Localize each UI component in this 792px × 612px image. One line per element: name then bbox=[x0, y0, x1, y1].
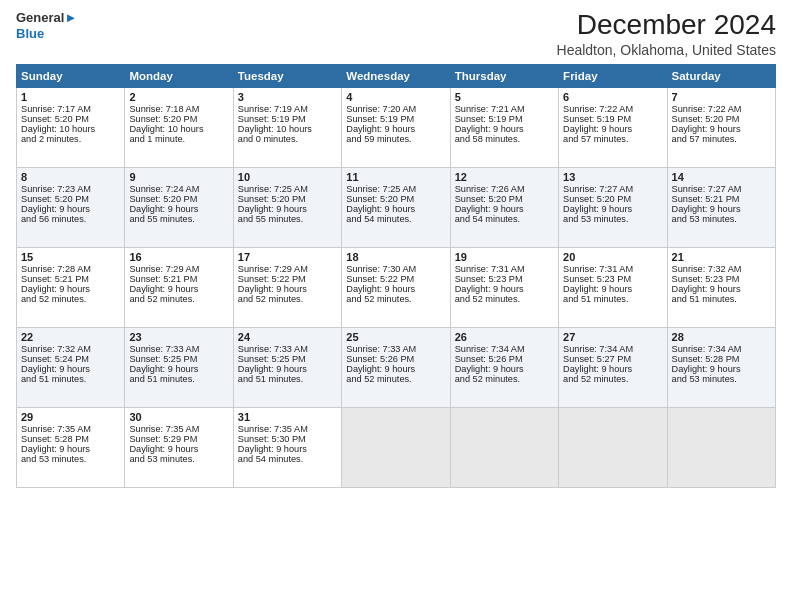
day-info: Sunset: 5:20 PM bbox=[238, 194, 337, 204]
day-info: Sunrise: 7:21 AM bbox=[455, 104, 554, 114]
day-number: 4 bbox=[346, 91, 445, 103]
day-info: Sunrise: 7:22 AM bbox=[672, 104, 771, 114]
day-info: and 52 minutes. bbox=[238, 294, 337, 304]
day-info: Daylight: 9 hours bbox=[672, 204, 771, 214]
day-number: 3 bbox=[238, 91, 337, 103]
day-info: and 2 minutes. bbox=[21, 134, 120, 144]
day-info: Daylight: 9 hours bbox=[346, 284, 445, 294]
day-info: Daylight: 9 hours bbox=[346, 204, 445, 214]
day-info: Sunrise: 7:27 AM bbox=[672, 184, 771, 194]
calendar-cell: 18Sunrise: 7:30 AMSunset: 5:22 PMDayligh… bbox=[342, 247, 450, 327]
day-info: Daylight: 9 hours bbox=[238, 444, 337, 454]
calendar-cell: 19Sunrise: 7:31 AMSunset: 5:23 PMDayligh… bbox=[450, 247, 558, 327]
day-info: Daylight: 9 hours bbox=[455, 284, 554, 294]
day-number: 23 bbox=[129, 331, 228, 343]
day-info: Sunset: 5:20 PM bbox=[21, 194, 120, 204]
day-number: 10 bbox=[238, 171, 337, 183]
day-info: and 54 minutes. bbox=[346, 214, 445, 224]
calendar-week-0: 1Sunrise: 7:17 AMSunset: 5:20 PMDaylight… bbox=[17, 87, 776, 167]
day-info: Sunrise: 7:33 AM bbox=[129, 344, 228, 354]
calendar-cell: 29Sunrise: 7:35 AMSunset: 5:28 PMDayligh… bbox=[17, 407, 125, 487]
day-info: Sunset: 5:19 PM bbox=[455, 114, 554, 124]
day-info: Daylight: 9 hours bbox=[455, 364, 554, 374]
day-info: Sunrise: 7:31 AM bbox=[455, 264, 554, 274]
day-info: and 58 minutes. bbox=[455, 134, 554, 144]
day-info: and 53 minutes. bbox=[672, 214, 771, 224]
day-info: Sunrise: 7:35 AM bbox=[129, 424, 228, 434]
header-cell-monday: Monday bbox=[125, 64, 233, 87]
calendar-cell: 21Sunrise: 7:32 AMSunset: 5:23 PMDayligh… bbox=[667, 247, 775, 327]
day-info: Sunset: 5:21 PM bbox=[672, 194, 771, 204]
logo: General► Blue bbox=[16, 10, 77, 41]
day-info: Daylight: 9 hours bbox=[21, 444, 120, 454]
day-info: and 51 minutes. bbox=[21, 374, 120, 384]
day-info: Daylight: 10 hours bbox=[21, 124, 120, 134]
calendar-cell bbox=[667, 407, 775, 487]
day-info: Sunrise: 7:29 AM bbox=[238, 264, 337, 274]
day-info: Daylight: 10 hours bbox=[238, 124, 337, 134]
day-info: Sunrise: 7:24 AM bbox=[129, 184, 228, 194]
day-info: Sunset: 5:25 PM bbox=[129, 354, 228, 364]
day-info: and 53 minutes. bbox=[129, 454, 228, 464]
day-info: and 52 minutes. bbox=[455, 294, 554, 304]
day-info: Daylight: 10 hours bbox=[129, 124, 228, 134]
day-info: Daylight: 9 hours bbox=[129, 444, 228, 454]
day-info: and 56 minutes. bbox=[21, 214, 120, 224]
day-info: Daylight: 9 hours bbox=[672, 284, 771, 294]
day-info: Daylight: 9 hours bbox=[672, 364, 771, 374]
calendar-cell: 20Sunrise: 7:31 AMSunset: 5:23 PMDayligh… bbox=[559, 247, 667, 327]
header: General► Blue December 2024 Healdton, Ok… bbox=[16, 10, 776, 58]
day-number: 12 bbox=[455, 171, 554, 183]
calendar-cell: 1Sunrise: 7:17 AMSunset: 5:20 PMDaylight… bbox=[17, 87, 125, 167]
day-info: Sunrise: 7:35 AM bbox=[238, 424, 337, 434]
day-info: Sunrise: 7:19 AM bbox=[238, 104, 337, 114]
calendar-cell: 14Sunrise: 7:27 AMSunset: 5:21 PMDayligh… bbox=[667, 167, 775, 247]
day-number: 28 bbox=[672, 331, 771, 343]
calendar-cell: 30Sunrise: 7:35 AMSunset: 5:29 PMDayligh… bbox=[125, 407, 233, 487]
day-info: Daylight: 9 hours bbox=[238, 364, 337, 374]
calendar-cell: 9Sunrise: 7:24 AMSunset: 5:20 PMDaylight… bbox=[125, 167, 233, 247]
day-info: Daylight: 9 hours bbox=[455, 204, 554, 214]
day-info: Sunset: 5:20 PM bbox=[129, 194, 228, 204]
day-info: Sunset: 5:26 PM bbox=[346, 354, 445, 364]
calendar-cell: 8Sunrise: 7:23 AMSunset: 5:20 PMDaylight… bbox=[17, 167, 125, 247]
day-info: Sunrise: 7:35 AM bbox=[21, 424, 120, 434]
calendar-cell: 4Sunrise: 7:20 AMSunset: 5:19 PMDaylight… bbox=[342, 87, 450, 167]
day-number: 24 bbox=[238, 331, 337, 343]
day-info: and 51 minutes. bbox=[563, 294, 662, 304]
day-info: Sunrise: 7:32 AM bbox=[672, 264, 771, 274]
calendar-cell: 7Sunrise: 7:22 AMSunset: 5:20 PMDaylight… bbox=[667, 87, 775, 167]
day-info: Daylight: 9 hours bbox=[563, 364, 662, 374]
day-info: Sunrise: 7:33 AM bbox=[346, 344, 445, 354]
day-info: Sunset: 5:29 PM bbox=[129, 434, 228, 444]
day-info: Sunset: 5:28 PM bbox=[21, 434, 120, 444]
day-info: Daylight: 9 hours bbox=[455, 124, 554, 134]
calendar-cell bbox=[342, 407, 450, 487]
calendar-cell: 2Sunrise: 7:18 AMSunset: 5:20 PMDaylight… bbox=[125, 87, 233, 167]
day-info: Daylight: 9 hours bbox=[563, 124, 662, 134]
calendar-cell bbox=[559, 407, 667, 487]
day-info: and 55 minutes. bbox=[238, 214, 337, 224]
day-number: 11 bbox=[346, 171, 445, 183]
day-info: Daylight: 9 hours bbox=[21, 204, 120, 214]
title-block: December 2024 Healdton, Oklahoma, United… bbox=[557, 10, 776, 58]
day-info: and 52 minutes. bbox=[129, 294, 228, 304]
calendar-cell bbox=[450, 407, 558, 487]
calendar-cell: 17Sunrise: 7:29 AMSunset: 5:22 PMDayligh… bbox=[233, 247, 341, 327]
day-info: and 51 minutes. bbox=[672, 294, 771, 304]
day-info: Sunrise: 7:31 AM bbox=[563, 264, 662, 274]
day-info: Sunset: 5:19 PM bbox=[563, 114, 662, 124]
calendar-cell: 6Sunrise: 7:22 AMSunset: 5:19 PMDaylight… bbox=[559, 87, 667, 167]
calendar-cell: 16Sunrise: 7:29 AMSunset: 5:21 PMDayligh… bbox=[125, 247, 233, 327]
calendar-cell: 26Sunrise: 7:34 AMSunset: 5:26 PMDayligh… bbox=[450, 327, 558, 407]
header-cell-wednesday: Wednesday bbox=[342, 64, 450, 87]
day-info: Sunset: 5:26 PM bbox=[455, 354, 554, 364]
day-number: 6 bbox=[563, 91, 662, 103]
calendar-cell: 22Sunrise: 7:32 AMSunset: 5:24 PMDayligh… bbox=[17, 327, 125, 407]
calendar-cell: 10Sunrise: 7:25 AMSunset: 5:20 PMDayligh… bbox=[233, 167, 341, 247]
day-info: Daylight: 9 hours bbox=[563, 204, 662, 214]
day-number: 25 bbox=[346, 331, 445, 343]
day-number: 26 bbox=[455, 331, 554, 343]
header-cell-thursday: Thursday bbox=[450, 64, 558, 87]
calendar-cell: 27Sunrise: 7:34 AMSunset: 5:27 PMDayligh… bbox=[559, 327, 667, 407]
